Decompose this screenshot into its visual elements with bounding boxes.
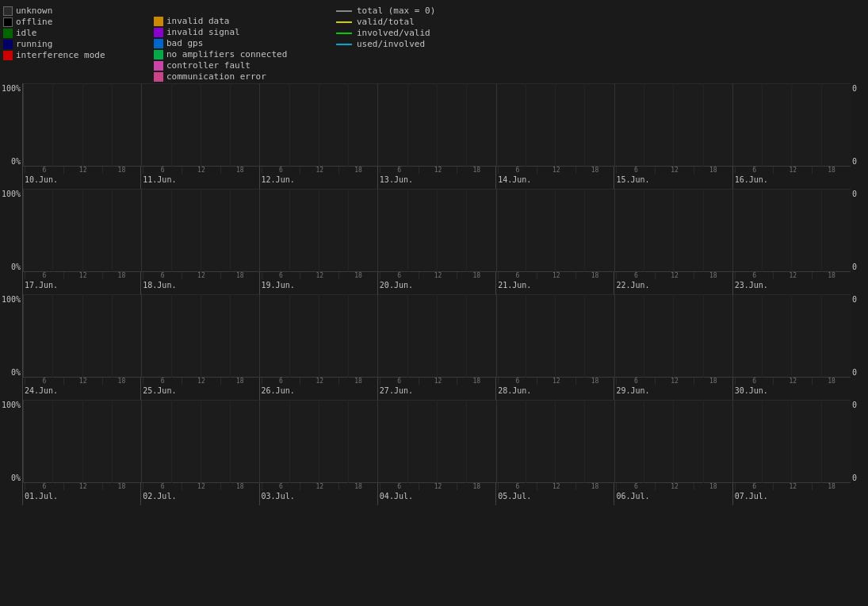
tick-label-12: 12 — [182, 483, 220, 490]
tick-label-12: 12 — [419, 378, 457, 385]
total-line — [336, 10, 352, 12]
legend-item-invalid-data: invalid data — [154, 16, 328, 26]
date-segment-1-1: 6121818.Jun. — [140, 272, 258, 294]
date-label-3-2: 03.Jul. — [262, 492, 295, 501]
legend-item-valid-total: valid/total — [336, 17, 463, 27]
date-segment-0-3: 6121813.Jun. — [377, 167, 495, 189]
date-segment-2-4: 6121828.Jun. — [495, 378, 614, 400]
tick-label-18: 18 — [575, 167, 614, 174]
chart-left-label-2: 100%0% — [0, 294, 22, 378]
tick-label-6: 6 — [25, 378, 63, 385]
tick-label-12: 12 — [537, 378, 575, 385]
date-label-2-5: 29.Jun. — [616, 386, 649, 395]
valid-total-line — [336, 21, 352, 23]
no-amp-label: no amplifiers connected — [166, 49, 287, 59]
tick-label-6: 6 — [25, 483, 63, 490]
tick-label-12: 12 — [655, 483, 694, 490]
date-label-3-6: 07.Jul. — [735, 492, 768, 501]
date-segment-1-4: 6121821.Jun. — [495, 272, 614, 294]
tick-label-18: 18 — [220, 167, 259, 174]
date-segment-3-5: 6121806.Jul. — [614, 483, 732, 505]
date-label-0-6: 16.Jun. — [735, 175, 768, 184]
tick-label-12: 12 — [537, 167, 575, 174]
chart-row-2: 100%0%006121824.Jun.6121825.Jun.6121826.… — [0, 294, 868, 400]
tick-label-18: 18 — [102, 378, 141, 385]
tick-label-12: 12 — [63, 483, 102, 490]
unknown-label: unknown — [16, 6, 52, 16]
tick-label-18: 18 — [694, 272, 732, 279]
legend-item-interference: interference mode — [3, 50, 146, 60]
date-label-0-1: 11.Jun. — [143, 175, 176, 184]
chart-right-label-0: 00 — [851, 83, 868, 167]
date-segment-1-0: 6121817.Jun. — [22, 272, 140, 294]
tick-label-12: 12 — [655, 167, 694, 174]
running-swatch — [3, 40, 13, 49]
date-segment-0-4: 6121814.Jun. — [495, 167, 614, 189]
tick-label-6: 6 — [616, 378, 655, 385]
date-segment-0-0: 6121810.Jun. — [22, 167, 140, 189]
date-label-3-5: 06.Jul. — [616, 492, 649, 501]
tick-label-18: 18 — [338, 167, 377, 174]
invalid-data-label: invalid data — [166, 16, 229, 26]
date-label-0-4: 14.Jun. — [498, 175, 531, 184]
bad-gps-swatch — [154, 39, 163, 48]
date-label-3-3: 04.Jul. — [380, 492, 413, 501]
tick-label-18: 18 — [457, 483, 495, 490]
tick-label-18: 18 — [575, 272, 614, 279]
legend-mid-title — [154, 5, 328, 15]
tick-label-18: 18 — [457, 378, 495, 385]
tick-label-6: 6 — [143, 483, 182, 490]
tick-label-12: 12 — [655, 272, 694, 279]
date-segment-0-1: 6121811.Jun. — [140, 167, 258, 189]
tick-label-12: 12 — [419, 272, 457, 279]
date-label-1-2: 19.Jun. — [262, 281, 295, 290]
tick-label-12: 12 — [773, 483, 812, 490]
tick-label-18: 18 — [457, 167, 495, 174]
date-segment-0-5: 6121815.Jun. — [614, 167, 732, 189]
running-label: running — [16, 39, 52, 49]
date-label-2-1: 25.Jun. — [143, 386, 176, 395]
used-involved-line — [336, 44, 352, 45]
legend-sig-col: total (max = 0) valid/total involved/val… — [336, 5, 463, 82]
chart-left-label-0: 100%0% — [0, 83, 22, 167]
chart-left-label-1: 100%0% — [0, 189, 22, 272]
legend-item-idle: idle — [3, 28, 146, 38]
tick-label-18: 18 — [220, 378, 259, 385]
tick-label-6: 6 — [735, 483, 774, 490]
date-segment-3-2: 6121803.Jul. — [259, 483, 377, 505]
tick-label-12: 12 — [300, 167, 338, 174]
date-label-3-4: 05.Jul. — [498, 492, 531, 501]
date-label-2-3: 27.Jun. — [380, 386, 413, 395]
date-label-3-0: 01.Jul. — [25, 492, 58, 501]
date-segment-2-5: 6121829.Jun. — [614, 378, 732, 400]
date-segment-1-5: 6121822.Jun. — [614, 272, 732, 294]
tick-label-18: 18 — [220, 483, 259, 490]
date-label-1-0: 17.Jun. — [25, 281, 58, 290]
tick-label-6: 6 — [616, 483, 655, 490]
legend-item-involved-valid: involved/valid — [336, 28, 463, 38]
date-segment-0-2: 6121812.Jun. — [259, 167, 377, 189]
date-label-2-4: 28.Jun. — [498, 386, 531, 395]
date-segment-3-0: 6121801.Jul. — [22, 483, 140, 505]
tick-label-6: 6 — [262, 483, 300, 490]
legend-item-comm-error: communication error — [154, 71, 328, 82]
tick-label-6: 6 — [25, 272, 63, 279]
comm-error-label: communication error — [166, 71, 266, 82]
chart-row-0: 100%0%006121810.Jun.6121811.Jun.6121812.… — [0, 83, 868, 189]
tick-label-6: 6 — [380, 272, 419, 279]
tick-label-12: 12 — [655, 378, 694, 385]
tick-label-12: 12 — [773, 272, 812, 279]
tick-label-12: 12 — [300, 378, 338, 385]
date-segment-3-3: 6121804.Jul. — [377, 483, 495, 505]
interference-label: interference mode — [16, 50, 105, 60]
date-label-0-3: 13.Jun. — [380, 175, 413, 184]
tick-label-18: 18 — [102, 167, 141, 174]
date-segment-1-3: 6121820.Jun. — [377, 272, 495, 294]
chart-dates-2: 6121824.Jun.6121825.Jun.6121826.Jun.6121… — [22, 378, 851, 400]
tick-label-18: 18 — [575, 483, 614, 490]
legend-area: unknown offline idle running interferenc… — [0, 3, 868, 83]
legend-item-bad-gps: bad gps — [154, 38, 328, 48]
date-label-0-5: 15.Jun. — [616, 175, 649, 184]
date-segment-2-3: 6121827.Jun. — [377, 378, 495, 400]
tick-label-18: 18 — [457, 272, 495, 279]
